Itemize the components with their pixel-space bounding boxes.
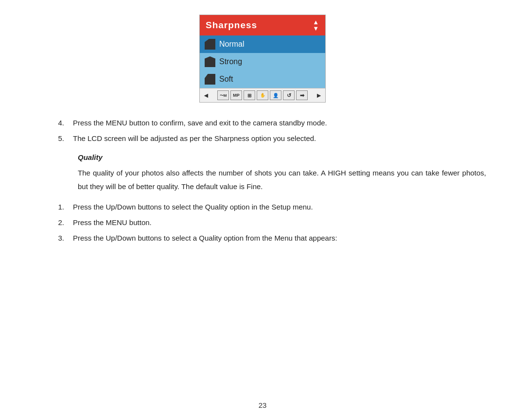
- soft-icon: [205, 74, 215, 85]
- menu-item-strong-label: Strong: [219, 57, 242, 66]
- quality-step-3: 3. Press the Up/Down buttons to select a…: [39, 232, 486, 244]
- bottom-icons: 〜M MP ⊞ ✋ 👤 ↺ ➡: [217, 90, 308, 100]
- bottom-icon-hand: ✋: [257, 90, 268, 100]
- bottom-icon-wave: 〜M: [217, 90, 229, 100]
- step-4: 4. Press the MENU button to confirm, sav…: [39, 117, 486, 129]
- section-title: Quality: [78, 153, 486, 161]
- camera-widget-inner: Sharpness ▲ ▼ Normal Strong: [199, 15, 326, 103]
- bottom-icon-rotate: ↺: [283, 90, 295, 100]
- quality-step-3-number: 3.: [39, 232, 73, 244]
- menu-item-normal[interactable]: Normal: [200, 35, 325, 53]
- bottom-icon-hh: ⊞: [244, 90, 255, 100]
- bottom-icon-person: 👤: [270, 90, 281, 100]
- widget-header: Sharpness ▲ ▼: [200, 15, 325, 35]
- section-paragraph: The quality of your photos also affects …: [78, 166, 486, 193]
- steps-before-list: 4. Press the MENU button to confirm, sav…: [39, 117, 486, 144]
- bottom-icon-arrow: ➡: [296, 90, 308, 100]
- doc-body: 4. Press the MENU button to confirm, sav…: [39, 117, 486, 250]
- quality-step-2-text: Press the MENU button.: [73, 217, 486, 228]
- step-5-number: 5.: [39, 133, 73, 144]
- quality-step-1: 1. Press the Up/Down buttons to select t…: [39, 201, 486, 213]
- menu-item-normal-label: Normal: [219, 40, 245, 49]
- quality-steps-list: 1. Press the Up/Down buttons to select t…: [39, 201, 486, 244]
- widget-header-label: Sharpness: [206, 20, 257, 31]
- menu-item-strong[interactable]: Strong: [200, 53, 325, 70]
- nav-arrow-right-icon[interactable]: ►: [315, 91, 322, 99]
- step-4-number: 4.: [39, 117, 73, 129]
- menu-item-soft-label: Soft: [219, 75, 233, 84]
- quality-step-2-number: 2.: [39, 217, 73, 228]
- nav-arrow-left-icon[interactable]: ◄: [203, 91, 210, 99]
- page-number: 23: [259, 401, 267, 409]
- step-4-text: Press the MENU button to confirm, save a…: [73, 117, 486, 129]
- arrow-down-icon: ▼: [313, 25, 319, 32]
- strong-icon: [205, 56, 215, 67]
- widget-bottom-bar: ◄ 〜M MP ⊞ ✋ 👤 ↺ ➡ ►: [200, 88, 325, 102]
- quality-step-2: 2. Press the MENU button.: [39, 217, 486, 228]
- camera-widget: Sharpness ▲ ▼ Normal Strong: [199, 15, 326, 103]
- quality-step-3-text: Press the Up/Down buttons to select a Qu…: [73, 232, 486, 244]
- camera-widget-wrap: Sharpness ▲ ▼ Normal Strong: [39, 15, 486, 111]
- bottom-icon-mp: MP: [230, 90, 242, 100]
- normal-icon: [205, 39, 215, 50]
- quality-step-1-text: Press the Up/Down buttons to select the …: [73, 201, 486, 213]
- menu-item-soft[interactable]: Soft: [200, 70, 325, 88]
- page-container: Sharpness ▲ ▼ Normal Strong: [0, 0, 525, 420]
- widget-header-arrows: ▲ ▼: [313, 19, 319, 32]
- step-5: 5. The LCD screen will be adjusted as pe…: [39, 133, 486, 144]
- step-5-text: The LCD screen will be adjusted as per t…: [73, 133, 486, 144]
- quality-step-1-number: 1.: [39, 201, 73, 213]
